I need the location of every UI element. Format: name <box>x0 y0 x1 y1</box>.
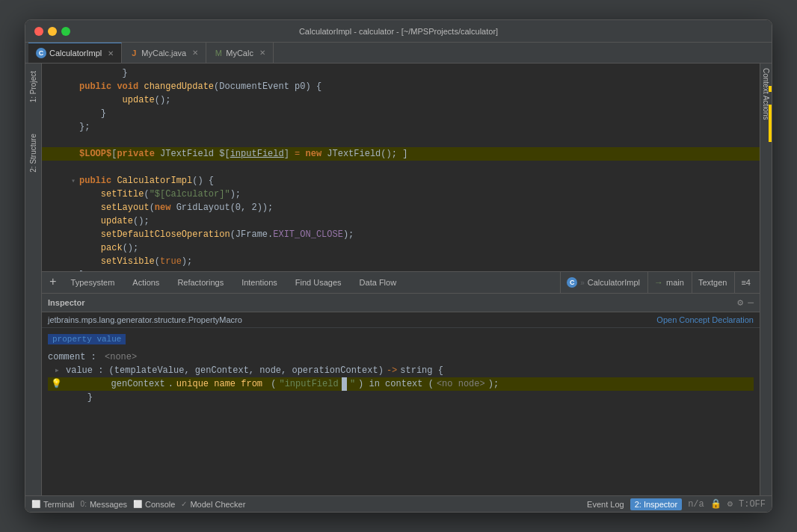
sidebar-item-structure[interactable]: 2: Structure <box>28 129 39 177</box>
tab-intentions[interactable]: Intentions <box>233 272 286 293</box>
tab-close-mycalc[interactable]: ✕ <box>259 49 265 57</box>
tab-close-mycalc-java[interactable]: ✕ <box>192 49 198 57</box>
console-icon: ⬜ <box>133 500 142 508</box>
close-button[interactable] <box>34 27 43 36</box>
status-bar-right: Event Log 2: Inspector n/a 🔒 ⚙ T:OFF <box>587 498 766 510</box>
scroll-marker-position <box>769 105 772 142</box>
messages-status-item[interactable]: 0: Messages <box>81 500 127 509</box>
code-line: setTitle("$[Calculator]"); <box>42 188 760 201</box>
code-line: } <box>42 268 760 271</box>
main-window: CalculatorImpl - calculator - [~/MPSProj… <box>25 19 772 513</box>
title-bar: CalculatorImpl - calculator - [~/MPSProj… <box>25 20 772 43</box>
inspector-panel: Inspector ⚙ ─ jetbrains.mps.lang.generat… <box>42 294 760 495</box>
lock-icon: 🔒 <box>710 498 721 510</box>
code-line: public void changedUpdate(DocumentEvent … <box>42 80 760 93</box>
right-sidebar: Context Actions <box>760 64 772 495</box>
tab-calculatorimpl-right[interactable]: C » CalculatorImpl <box>560 272 646 293</box>
tab-textgen-right[interactable]: Textgen <box>692 272 733 293</box>
inspector-concept-bar: jetbrains.mps.lang.generator.structure.P… <box>42 312 760 328</box>
inspector-header: Inspector ⚙ ─ <box>42 294 760 312</box>
property-badge: property value <box>48 334 754 350</box>
settings-icon[interactable]: ⚙ <box>737 297 743 309</box>
tab-calculatorimpl[interactable]: C CalculatorImpl ✕ <box>28 43 122 63</box>
code-line: update(); <box>42 214 760 228</box>
fullscreen-button[interactable] <box>61 27 70 36</box>
main-area: 1: Project 2: Structure } public void ch <box>25 64 772 495</box>
tab-icon-c: C <box>36 48 46 58</box>
toggle-status[interactable]: T:OFF <box>739 499 766 510</box>
sidebar-item-project[interactable]: 1: Project <box>28 66 39 107</box>
overflow-tabs-button[interactable]: ≡4 <box>734 272 757 293</box>
code-area: } public void changedUpdate(DocumentEven… <box>42 64 760 495</box>
inspector-line-gencontext: 💡 genContext.unique name from ("inputFie… <box>48 377 754 391</box>
tab-typesystem[interactable]: Typesystem <box>63 272 123 293</box>
tab-label-mycalc-java: MyCalc.java <box>141 49 186 58</box>
model-checker-icon: ✓ <box>181 500 187 508</box>
tab-icon-m: M <box>214 49 223 58</box>
tab-mycalc-java[interactable]: J MyCalc.java ✕ <box>122 43 206 63</box>
left-sidebar: 1: Project 2: Structure <box>25 64 42 495</box>
event-log-item[interactable]: Event Log <box>587 500 624 509</box>
code-line: pack(); <box>42 241 760 255</box>
code-line <box>42 134 760 147</box>
code-line: } <box>42 66 760 80</box>
bottom-tabs-bar: + Typesystem Actions Refactorings Intent… <box>42 271 760 294</box>
arrow-icon: → <box>654 277 663 288</box>
tab-label-calculatorimpl: CalculatorImpl <box>49 49 102 58</box>
code-line <box>42 161 760 174</box>
code-line-loop: $LOOP$[private JTextField $[inputField] … <box>42 147 760 161</box>
tab-find-usages[interactable]: Find Usages <box>287 272 350 293</box>
window-title: CalculatorImpl - calculator - [~/MPSProj… <box>299 27 498 36</box>
collapse-icon[interactable]: ─ <box>748 297 754 309</box>
status-bar: ⬜ Terminal 0: Messages ⬜ Console ✓ Model… <box>25 495 772 512</box>
add-tab-button[interactable]: + <box>45 276 61 289</box>
tab-actions[interactable]: Actions <box>124 272 167 293</box>
code-line: setLayout(new GridLayout(0, 2)); <box>42 201 760 214</box>
tab-icon-j: J <box>129 49 138 58</box>
terminal-icon: ⬜ <box>31 500 40 508</box>
tab-separator: » <box>580 279 585 287</box>
tab-data-flow[interactable]: Data Flow <box>351 272 405 293</box>
inspector-title: Inspector <box>48 298 85 307</box>
settings-status-icon[interactable]: ⚙ <box>727 498 733 510</box>
inspector-content: property value comment : <none> ▸ value … <box>42 328 760 495</box>
tab-refactorings[interactable]: Refactorings <box>169 272 232 293</box>
terminal-status-item[interactable]: ⬜ Terminal <box>31 500 75 509</box>
scroll-marker-warning <box>769 86 772 92</box>
code-line: }; <box>42 120 760 134</box>
concept-name: jetbrains.mps.lang.generator.structure.P… <box>48 315 242 324</box>
inspector-line-value: ▸ value : (templateValue, genContext, no… <box>48 364 754 377</box>
tab-close-calculatorimpl[interactable]: ✕ <box>108 49 114 58</box>
console-status-item[interactable]: ⬜ Console <box>133 500 175 509</box>
inspector-line-close: } <box>48 391 754 404</box>
bulb-icon: 💡 <box>51 377 62 391</box>
code-editor[interactable]: } public void changedUpdate(DocumentEven… <box>42 64 760 271</box>
tab-main-right[interactable]: → main <box>647 272 690 293</box>
tab-label-mycalc: MyCalc <box>226 49 253 58</box>
minimize-button[interactable] <box>48 27 57 36</box>
inspector-line-comment: comment : <none> <box>48 350 754 364</box>
open-concept-link[interactable]: Open Concept Declaration <box>656 315 754 324</box>
status-info: n/a <box>688 499 704 510</box>
traffic-lights <box>34 27 70 36</box>
inspector-status-item[interactable]: 2: Inspector <box>630 498 682 510</box>
code-line: ▾ public CalculatorImpl() { <box>42 174 760 188</box>
code-line: setDefaultCloseOperation(JFrame.EXIT_ON_… <box>42 228 760 241</box>
code-line: update(); <box>42 93 760 107</box>
model-checker-status-item[interactable]: ✓ Model Checker <box>181 500 245 509</box>
c-icon: C <box>567 277 577 288</box>
code-line: } <box>42 107 760 120</box>
code-line: setVisible(true); <box>42 255 760 268</box>
editor-tab-bar: C CalculatorImpl ✕ J MyCalc.java ✕ M MyC… <box>25 43 772 64</box>
messages-icon: 0: <box>81 500 87 508</box>
tab-mycalc[interactable]: M MyCalc ✕ <box>206 43 274 63</box>
